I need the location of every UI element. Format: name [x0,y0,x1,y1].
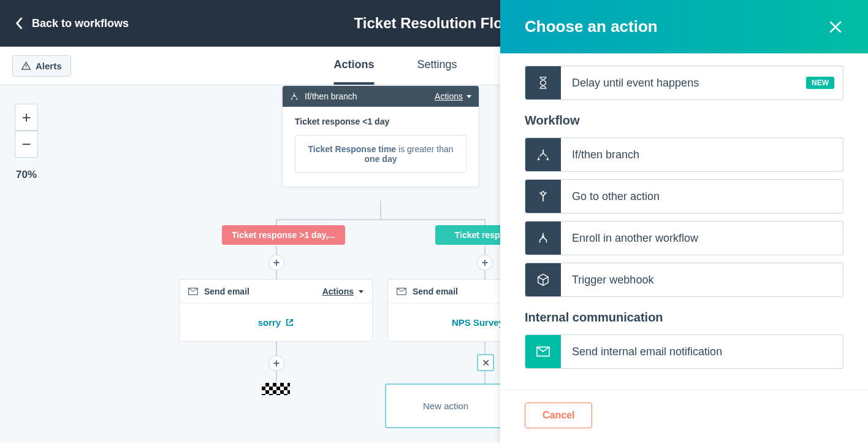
branch-node-header: If/then branch Actions [283,86,479,107]
branch-icon [525,138,561,171]
branch-cond-prop: Ticket Response time [308,144,396,154]
email-node-left[interactable]: Send email Actions sorry [179,279,373,342]
tab-actions[interactable]: Actions [333,47,374,85]
email-link-text: sorry [258,317,281,328]
tab-settings[interactable]: Settings [417,47,457,85]
add-step-button[interactable]: + [268,355,284,371]
section-workflow: Workflow [525,114,843,128]
branch-cond-val: one day [365,154,397,164]
panel-body[interactable]: Delay until event happens NEW Workflow I… [500,53,868,390]
email-actions-label: Actions [322,287,354,296]
branch-actions-label: Actions [435,91,463,101]
action-label: Delay until event happens [561,67,806,99]
page-title: Ticket Resolution Flow [354,15,514,32]
zoom-out-button[interactable]: − [15,131,38,158]
panel-header: Choose an action [500,0,868,53]
cancel-button[interactable]: Cancel [525,403,592,428]
action-go-to-other[interactable]: Go to other action [525,179,843,214]
action-label: Enroll in another workflow [561,223,843,254]
new-action-label: New action [423,401,468,411]
hourglass-icon [525,66,561,99]
email-actions-menu[interactable]: Actions [322,287,364,296]
action-delay-until-event[interactable]: Delay until event happens NEW [525,66,843,100]
add-step-button[interactable]: + [268,255,284,271]
action-trigger-webhook[interactable]: Trigger webhook [525,263,843,297]
branch-chip-left[interactable]: Ticket response >1 day,... [222,225,345,245]
connector [380,201,381,219]
branch-node-body: Ticket response <1 day Ticket Response t… [283,107,479,187]
envelope-icon [188,288,198,295]
branch-type-label: If/then branch [305,91,357,101]
end-marker-icon [262,383,290,395]
zoom-controls: + − 70% [15,104,38,181]
close-icon [828,19,843,35]
action-label: Go to other action [561,181,843,212]
caret-down-icon [359,290,364,293]
panel-close-button[interactable] [828,19,843,35]
branch-node[interactable]: If/then branch Actions Ticket response <… [282,85,479,187]
action-enroll-workflow[interactable]: Enroll in another workflow [525,221,843,255]
zoom-level: 70% [16,169,37,181]
back-to-workflows-link[interactable]: Back to workflows [15,17,129,30]
merge-icon [525,180,561,213]
new-action-placeholder[interactable]: New action [385,383,506,428]
section-internal-comm: Internal communication [525,310,843,325]
add-step-button[interactable]: + [477,255,493,271]
branch-cond-rest: is greater than [398,144,454,154]
action-panel: Choose an action Delay until event happe… [500,0,868,443]
email-node-header: Send email Actions [180,280,372,304]
envelope-icon [525,335,561,368]
email-type-label: Send email [204,287,249,296]
action-label: Send internal email notification [561,336,843,368]
branch-subtitle: Ticket response <1 day [295,117,466,126]
zoom-in-button[interactable]: + [15,104,38,131]
envelope-icon [397,288,406,295]
new-badge: NEW [806,77,834,89]
panel-footer: Cancel [500,390,868,443]
email-type-label: Send email [413,287,458,296]
action-label: Trigger webhook [561,264,843,296]
branch-condition: Ticket Response time is greater than one… [295,135,466,173]
panel-title: Choose an action [525,17,658,36]
enroll-icon [525,222,561,255]
cube-icon [525,263,561,296]
external-link-icon [286,318,294,326]
warning-icon [21,61,31,71]
remove-step-button[interactable]: ✕ [477,354,494,371]
chevron-left-icon [15,17,23,30]
action-label: If/then branch [561,139,843,171]
action-if-then-branch[interactable]: If/then branch [525,137,843,172]
email-link-text: NPS Survey [452,317,504,328]
email-link[interactable]: sorry [180,304,372,341]
action-internal-email[interactable]: Send internal email notification [525,334,843,369]
alerts-label: Alerts [36,61,62,71]
connector [276,219,484,220]
branch-actions-menu[interactable]: Actions [435,91,471,101]
back-label: Back to workflows [32,17,129,30]
branch-icon [290,92,299,101]
alerts-button[interactable]: Alerts [12,55,71,77]
caret-down-icon [466,95,471,98]
